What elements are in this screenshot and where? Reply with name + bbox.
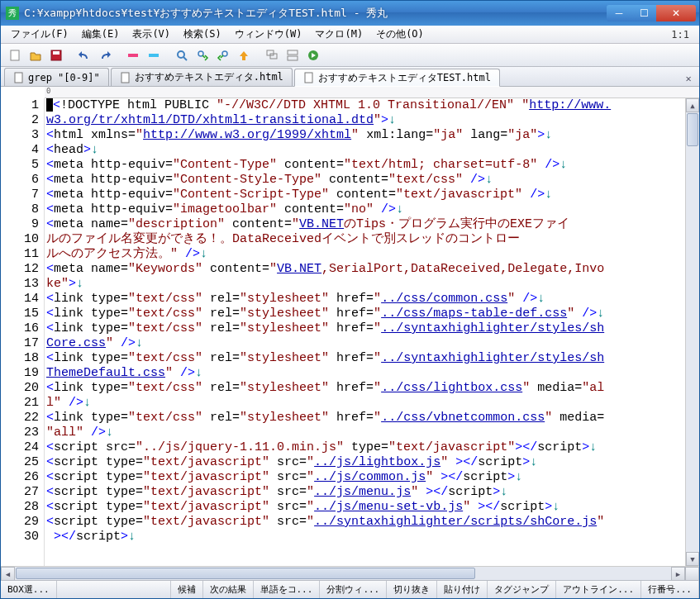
app-icon: 秀 bbox=[6, 7, 19, 20]
tabbar: grep "[0-9]" おすすめテキストエディタ.html おすすめテキストエ… bbox=[1, 67, 699, 87]
line-number-gutter: 1234567891011121314151617181920212223242… bbox=[1, 98, 45, 566]
status-tag-jump[interactable]: タグジャンプ bbox=[488, 581, 556, 598]
file-icon bbox=[303, 72, 315, 83]
svg-rect-14 bbox=[15, 73, 22, 83]
close-button[interactable]: ✕ bbox=[656, 5, 696, 21]
status-paste[interactable]: 貼り付け bbox=[437, 581, 488, 598]
menu-file[interactable]: ファイル(F) bbox=[4, 26, 75, 43]
find-icon[interactable] bbox=[173, 46, 191, 64]
ruler: 0 bbox=[45, 87, 699, 98]
tab-file1[interactable]: おすすめテキストエディタ.html bbox=[111, 68, 293, 86]
cascade-icon[interactable] bbox=[263, 46, 281, 64]
scroll-corner bbox=[685, 567, 699, 581]
status-outline[interactable]: アウトライン... bbox=[556, 581, 641, 598]
svg-rect-0 bbox=[11, 50, 19, 60]
window-controls: ─ ☐ ✕ bbox=[607, 5, 696, 21]
minimize-button[interactable]: ─ bbox=[607, 5, 631, 21]
statusbar: BOX選... 候補 次の結果 単語をコ... 分割ウィ... 切り抜き 貼り付… bbox=[1, 580, 699, 598]
tab-close-icon[interactable]: ✕ bbox=[681, 71, 696, 86]
find-prev-icon[interactable] bbox=[214, 46, 232, 64]
tab-grep[interactable]: grep "[0-9]" bbox=[4, 68, 109, 86]
scroll-h-thumb[interactable] bbox=[16, 568, 475, 579]
svg-rect-4 bbox=[149, 54, 159, 57]
find-next-icon[interactable] bbox=[193, 46, 212, 64]
status-box-select[interactable]: BOX選... bbox=[1, 581, 57, 598]
tab-label: おすすめテキストエディタ.html bbox=[135, 70, 283, 84]
menu-search[interactable]: 検索(S) bbox=[177, 26, 228, 43]
undo-icon[interactable] bbox=[75, 46, 93, 64]
menu-other[interactable]: その他(O) bbox=[369, 26, 431, 43]
svg-rect-15 bbox=[121, 73, 129, 83]
status-line-number[interactable]: 行番号... bbox=[641, 581, 699, 598]
editor: 1234567891011121314151617181920212223242… bbox=[1, 98, 699, 566]
vertical-scrollbar[interactable]: ▲ ▼ bbox=[685, 98, 699, 566]
toolbar bbox=[1, 44, 699, 67]
redo-icon[interactable] bbox=[96, 46, 114, 64]
svg-rect-12 bbox=[288, 56, 298, 60]
ruler-zero: 0 bbox=[46, 87, 50, 95]
tab-label: おすすめテキストエディタTEST.html bbox=[318, 71, 491, 85]
menubar: ファイル(F) 編集(E) 表示(V) 検索(S) ウィンドウ(W) マクロ(M… bbox=[1, 26, 699, 44]
tab-file2-active[interactable]: おすすめテキストエディタTEST.html bbox=[294, 69, 500, 87]
status-candidates[interactable]: 候補 bbox=[171, 581, 203, 598]
svg-rect-16 bbox=[305, 73, 312, 83]
svg-line-6 bbox=[183, 57, 187, 60]
scroll-track[interactable] bbox=[686, 112, 699, 552]
menu-macro[interactable]: マクロ(M) bbox=[308, 26, 369, 43]
svg-rect-2 bbox=[53, 51, 60, 55]
titlebar[interactable]: 秀 C:¥xampp¥htdocs¥test¥おすすめテキストエディタTEST.… bbox=[1, 1, 699, 26]
maximize-button[interactable]: ☐ bbox=[631, 5, 656, 21]
scroll-left-icon[interactable]: ◀ bbox=[1, 567, 15, 581]
svg-point-5 bbox=[178, 51, 184, 58]
menu-edit[interactable]: 編集(E) bbox=[75, 26, 126, 43]
status-next-result[interactable]: 次の結果 bbox=[203, 581, 254, 598]
svg-rect-3 bbox=[128, 54, 138, 57]
scroll-h-track[interactable] bbox=[15, 567, 671, 580]
scroll-right-icon[interactable]: ▶ bbox=[671, 567, 685, 581]
goto-top-icon[interactable] bbox=[235, 46, 253, 64]
window-title: C:¥xampp¥htdocs¥test¥おすすめテキストエディタTEST.ht… bbox=[24, 6, 607, 21]
tile-icon[interactable] bbox=[283, 46, 302, 64]
open-file-icon[interactable] bbox=[26, 46, 45, 64]
file-icon bbox=[13, 72, 25, 83]
status-word-copy[interactable]: 単語をコ... bbox=[254, 581, 321, 598]
text-cursor bbox=[46, 98, 53, 112]
scroll-down-icon[interactable]: ▼ bbox=[686, 552, 699, 566]
horizontal-scrollbar[interactable]: ◀ ▶ bbox=[1, 566, 699, 580]
marker2-icon[interactable] bbox=[145, 46, 163, 64]
save-icon[interactable] bbox=[47, 46, 65, 64]
tab-label: grep "[0-9]" bbox=[28, 72, 100, 83]
menu-window[interactable]: ウィンドウ(W) bbox=[228, 26, 309, 43]
status-split[interactable]: 分割ウィ... bbox=[320, 581, 387, 598]
exec-icon[interactable] bbox=[304, 46, 322, 64]
code-area[interactable]: <!DOCTYPE html PUBLIC "-//W3C//DTD XHTML… bbox=[45, 98, 685, 566]
menu-view[interactable]: 表示(V) bbox=[126, 26, 177, 43]
cursor-position: 1:1 bbox=[671, 29, 696, 40]
app-window: 秀 C:¥xampp¥htdocs¥test¥おすすめテキストエディタTEST.… bbox=[0, 0, 700, 599]
file-icon bbox=[120, 72, 131, 83]
marker1-icon[interactable] bbox=[124, 46, 142, 64]
scroll-up-icon[interactable]: ▲ bbox=[686, 98, 699, 112]
scroll-thumb[interactable] bbox=[687, 113, 698, 146]
svg-rect-11 bbox=[288, 50, 298, 55]
status-cut[interactable]: 切り抜き bbox=[387, 581, 437, 598]
status-spacer bbox=[57, 581, 171, 598]
new-file-icon[interactable] bbox=[6, 46, 24, 64]
